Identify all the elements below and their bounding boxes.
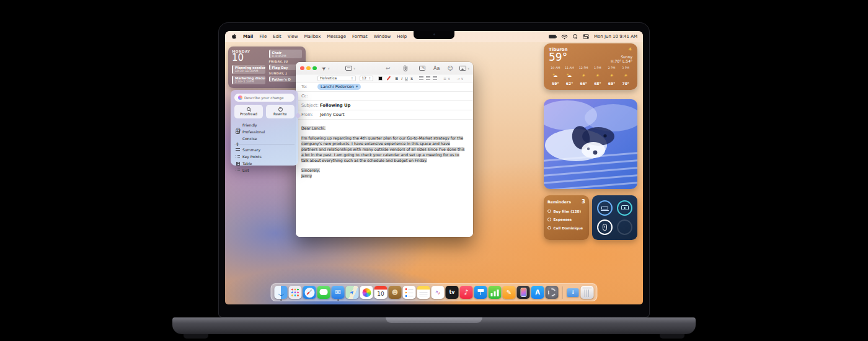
weather-widget[interactable]: Tiburon 59° ☀ Sunny H:70° L:54° 10 AM 59… (544, 43, 637, 90)
battery-icon[interactable] (549, 35, 556, 38)
dock-icon-settings[interactable] (546, 286, 559, 299)
writing-tool-friendly[interactable]: Friendly (234, 122, 294, 128)
reminder-checkbox-icon[interactable] (547, 218, 551, 221)
dock-icon-maps[interactable] (346, 286, 359, 299)
subject-field[interactable]: Subject: Following Up (296, 101, 473, 110)
zoom-button[interactable] (312, 66, 317, 71)
menu-mail[interactable]: Mail (243, 34, 254, 39)
close-button[interactable] (300, 66, 304, 71)
describe-change-field[interactable]: Describe your change (234, 94, 294, 102)
b-style-button[interactable]: B (396, 76, 399, 81)
rewrite-button[interactable]: Rewrite (266, 105, 294, 118)
dock-icon-music[interactable] (460, 286, 473, 299)
font-size-select[interactable]: 12 ↕ (360, 76, 373, 81)
proofread-button[interactable]: Proofread (234, 105, 263, 118)
dock-icon-safari[interactable] (303, 286, 316, 299)
mail-compose-window: ➤∨ ∨ ↩ Aa ☺ ∨ Helvetica (296, 62, 473, 237)
dock-icon-mail[interactable] (332, 286, 345, 299)
dock-icon-iphone-mirroring[interactable] (517, 286, 530, 299)
photo-browser-button[interactable]: ∨ (459, 64, 469, 72)
minimize-button[interactable] (306, 66, 311, 71)
list-style-button[interactable]: ≡ ∨ (443, 76, 450, 81)
divider (234, 144, 294, 144)
dock-icon-trash[interactable] (581, 286, 594, 299)
cc-field[interactable]: Cc: (296, 92, 473, 101)
writing-tool-concise[interactable]: Concise (234, 135, 294, 142)
format-bar: Helvetica ↕ 12 ↕ BIUS ≡ ∨ (296, 74, 473, 82)
menu-help[interactable]: Help (397, 34, 407, 39)
dock-icon-pages[interactable] (503, 286, 516, 299)
dock-icon-app-store[interactable]: A (531, 286, 544, 299)
menu-window[interactable]: Window (374, 34, 391, 39)
dock-icon-messages[interactable] (317, 286, 330, 299)
writing-tool-list[interactable]: List (234, 167, 294, 174)
s-style-button[interactable]: S (410, 76, 413, 81)
emoji-button[interactable]: ☺ (448, 64, 453, 72)
align-center-icon[interactable] (426, 76, 430, 80)
menu-mailbox[interactable]: Mailbox (304, 34, 321, 39)
signature-button[interactable] (419, 64, 425, 72)
align-right-icon[interactable] (433, 76, 437, 80)
reply-button[interactable]: ↩ (386, 64, 391, 72)
dock-icon-finder[interactable] (275, 286, 288, 299)
search-icon[interactable] (573, 34, 578, 39)
hourly-forecast-column: 3 PM 70° (619, 66, 632, 86)
highlight-pen-icon[interactable] (387, 76, 391, 80)
dock-icon-calendar[interactable]: 10 (374, 286, 388, 299)
header-fields-button[interactable]: ∨ (345, 64, 355, 72)
calendar-widget[interactable]: MONDAY 10 Planning session 10:30–11:30AM… (228, 46, 306, 88)
dock-icon-downloads[interactable] (567, 286, 580, 299)
photos-widget[interactable] (544, 99, 637, 189)
dock-icon-notes[interactable] (417, 286, 430, 299)
dock-icon-label: tv (449, 290, 454, 295)
indent-button[interactable]: → ∨ (456, 76, 463, 81)
from-field[interactable]: From: Jenny Court (296, 110, 473, 120)
photo-browser-icon (459, 66, 466, 71)
device-battery-ring[interactable] (597, 200, 613, 216)
font-family-select[interactable]: Helvetica ↕ (317, 76, 356, 81)
hourly-forecast-column: 10 AM 59° (549, 66, 562, 86)
dock-icon-photos[interactable] (360, 286, 373, 299)
align-left-icon[interactable] (419, 76, 423, 80)
text-color-well[interactable] (378, 76, 383, 81)
device-battery-ring[interactable] (617, 200, 632, 216)
calendar-event: Planning session 10:30–11:30AM (232, 65, 265, 74)
message-body[interactable]: Dear Lanchi, I'm following up regarding … (296, 122, 473, 237)
attach-button[interactable] (403, 64, 408, 72)
to-field[interactable]: To: Lanchi Pederson ▼ (296, 82, 473, 92)
writing-tool-key-points[interactable]: Key Points (234, 153, 294, 160)
control-center-icon[interactable] (583, 34, 589, 39)
menu-clock[interactable]: Mon Jun 10 9:41 AM (594, 34, 637, 39)
reminder-checkbox-icon[interactable] (547, 210, 551, 213)
dock-icon-contacts[interactable] (389, 286, 402, 299)
body-closing: Sincerely, (301, 168, 320, 172)
batteries-widget[interactable] (592, 195, 637, 240)
menu-file[interactable]: File (260, 34, 267, 39)
dock-icon-reminders[interactable] (403, 286, 416, 299)
fonts-button[interactable]: Aa (433, 64, 440, 72)
dock-icon-launchpad[interactable] (289, 286, 302, 299)
wifi-icon[interactable] (561, 34, 568, 40)
reminders-widget[interactable]: Reminders 3 Buy film (120) Expenses Call… (544, 195, 589, 240)
dock-icon-numbers[interactable] (489, 286, 502, 299)
device-battery-ring[interactable] (597, 219, 613, 235)
u-style-button[interactable]: U (405, 76, 408, 81)
apple-menu[interactable] (231, 33, 237, 40)
i-style-button[interactable]: I (401, 76, 402, 81)
menu-format[interactable]: Format (352, 34, 368, 39)
device-battery-ring[interactable] (617, 219, 632, 235)
writing-tool-summary[interactable]: Summary (234, 146, 294, 153)
menu-message[interactable]: Message (327, 34, 346, 39)
to-label: To: (301, 84, 317, 89)
apple-logo-icon (231, 33, 237, 40)
dock-icon-freeform[interactable] (432, 286, 445, 299)
recipient-token[interactable]: Lanchi Pederson ▼ (317, 84, 361, 91)
dock-icon-tv[interactable]: tv (446, 286, 459, 299)
menu-edit[interactable]: Edit (273, 34, 281, 39)
writing-tool-professional[interactable]: Professional (234, 128, 294, 135)
menu-view[interactable]: View (288, 34, 298, 39)
send-button[interactable]: ➤∨ (322, 64, 330, 72)
dock-icon-keynote[interactable] (474, 286, 487, 299)
writing-tool-table[interactable]: Table (234, 160, 294, 167)
reminder-checkbox-icon[interactable] (547, 226, 551, 230)
